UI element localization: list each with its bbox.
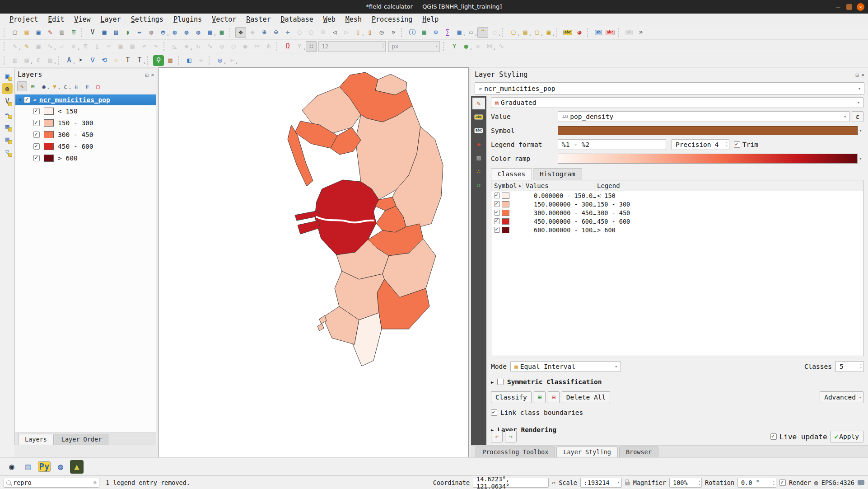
messages-icon[interactable] bbox=[858, 480, 864, 485]
zoom-out-icon[interactable]: ⊖ bbox=[271, 27, 281, 38]
select-by-value-icon[interactable]: ▤▾ bbox=[520, 27, 531, 38]
sum-features-icon[interactable]: ∑ bbox=[442, 27, 453, 38]
masks-tab-icon[interactable]: ▧ bbox=[472, 152, 485, 164]
temporal-controller-icon[interactable]: ◷ bbox=[376, 27, 387, 38]
add-wfs-layer-icon[interactable]: ◍ bbox=[193, 27, 204, 38]
value-field-selector[interactable]: 123 pop_density ▾ bbox=[558, 111, 850, 122]
spinner-arrows-icon[interactable]: ▴ ▾ bbox=[698, 479, 700, 486]
statistical-summary-icon[interactable]: ▦ bbox=[419, 27, 429, 38]
magnifier-spinner[interactable]: 100% ▴ ▾ bbox=[669, 478, 702, 488]
coordinate-field[interactable]: 14.6223°, 121.0634° bbox=[473, 478, 549, 488]
label-extra-icon[interactable]: ab bbox=[624, 27, 635, 38]
class-visibility-checkbox[interactable] bbox=[33, 132, 40, 138]
menu-help[interactable]: Help bbox=[417, 15, 443, 24]
auto-label-icon[interactable]: A▾ bbox=[64, 55, 75, 66]
attributes-form-icon[interactable]: ▥ bbox=[9, 55, 20, 66]
snapping-icon[interactable]: Ω bbox=[282, 41, 293, 52]
tab-classes[interactable]: Classes bbox=[491, 168, 532, 180]
python-console-icon[interactable]: Py bbox=[37, 460, 51, 474]
apply-button[interactable]: ✔ Apply bbox=[830, 431, 863, 442]
expand-arrow-icon[interactable]: ▶ bbox=[491, 380, 494, 385]
callouts-tab-icon[interactable]: abc bbox=[472, 125, 485, 136]
toolbar-overflow-icon[interactable]: » bbox=[388, 27, 399, 38]
classify-button[interactable]: Classify bbox=[491, 391, 532, 403]
minimize-button[interactable]: – bbox=[835, 3, 842, 11]
column-legend[interactable]: Legend bbox=[594, 182, 863, 189]
legend-format-input[interactable]: %1 - %2 bbox=[558, 139, 666, 150]
nominatim-search-icon[interactable]: ◌▾ bbox=[489, 27, 500, 38]
menu-vector[interactable]: Vector bbox=[207, 15, 241, 24]
delete-selected-icon[interactable]: ▯ bbox=[92, 41, 103, 52]
legend-class-item[interactable]: > 600 bbox=[15, 152, 156, 164]
add-group-icon[interactable]: ⊞ bbox=[28, 81, 38, 91]
zoom-to-layer-icon[interactable]: ◯ bbox=[306, 27, 317, 38]
collapse-all-icon[interactable]: ⇈ bbox=[82, 81, 92, 91]
cut-features-icon[interactable]: ✂ bbox=[103, 41, 114, 52]
new-shapefile-dock-icon[interactable]: ✒ bbox=[2, 108, 13, 119]
class-visibility-checkbox[interactable] bbox=[33, 120, 40, 126]
stroke-unit-combo[interactable]: px▾ bbox=[388, 41, 440, 52]
georeferencer-icon[interactable]: ◎▾ bbox=[215, 55, 225, 66]
quickmap-services-icon[interactable]: ▧ bbox=[165, 55, 176, 66]
deselect-features-icon[interactable]: ▢▾ bbox=[532, 27, 542, 38]
osm-search-icon[interactable]: ⚲ bbox=[153, 55, 164, 66]
close-panel-icon[interactable]: ✕ bbox=[151, 72, 154, 78]
form-box-icon[interactable]: ▨▾ bbox=[45, 55, 56, 66]
tab-processing-toolbox[interactable]: Processing Toolbox bbox=[476, 447, 555, 457]
clear-search-icon[interactable]: ⊗ bbox=[93, 480, 97, 486]
class-visibility-checkbox[interactable] bbox=[33, 143, 40, 150]
mesh-dock-icon[interactable]: ▽ bbox=[2, 146, 13, 157]
link-boundaries-checkbox[interactable] bbox=[491, 409, 497, 416]
row-checkbox[interactable] bbox=[494, 201, 500, 207]
zoom-full-icon[interactable]: ✛ bbox=[282, 27, 293, 38]
rotation-spinner[interactable]: 0.0 ° ▴ ▾ bbox=[737, 478, 776, 488]
new-project-icon[interactable]: ▢ bbox=[9, 27, 20, 38]
menu-layer[interactable]: Layer bbox=[95, 15, 126, 24]
measure-angle-icon[interactable]: ◺ bbox=[169, 41, 180, 52]
chevron-down-icon[interactable]: ▾ bbox=[858, 126, 863, 136]
lock-scale-icon[interactable] bbox=[625, 482, 630, 485]
multiedit-icon[interactable]: ≣ bbox=[80, 41, 91, 52]
reshape-icon[interactable]: ⋔ bbox=[263, 41, 274, 52]
zoom-last-icon[interactable]: ◁ bbox=[329, 27, 340, 38]
legend-class-item[interactable]: < 150 bbox=[15, 105, 156, 117]
open-project-icon[interactable]: ▤ bbox=[21, 27, 32, 38]
spinner-arrows-icon[interactable]: ▴ ▾ bbox=[773, 479, 775, 486]
label-cursor-icon[interactable]: ➤ bbox=[75, 55, 86, 66]
table-row[interactable]: 450.000000 - 600…450 - 600 bbox=[491, 217, 863, 226]
toggle-editing-icon[interactable]: ✎ bbox=[21, 41, 32, 52]
tracing-config-icon[interactable]: ⋎ bbox=[449, 41, 460, 52]
zoom-in-icon[interactable]: ⊕ bbox=[259, 27, 270, 38]
render-checkbox[interactable] bbox=[779, 480, 786, 486]
move-feature-icon[interactable]: ✥▾ bbox=[181, 41, 192, 52]
pinned-labels-icon[interactable]: ✩ bbox=[111, 55, 121, 66]
web-catalog-icon[interactable]: ◍ bbox=[2, 83, 13, 94]
remove-class-button[interactable]: ⊟ bbox=[548, 391, 560, 403]
toggle-extents-icon[interactable]: ✂ bbox=[552, 479, 555, 486]
mesh-calculator-icon[interactable]: ▨ bbox=[111, 27, 121, 38]
labels-tab-icon[interactable]: abc bbox=[472, 111, 485, 123]
add-class-button[interactable]: ⊞ bbox=[534, 391, 546, 403]
diagrams-tab-icon[interactable]: ∴ bbox=[472, 165, 485, 177]
expression-builder-button[interactable]: ε bbox=[852, 111, 863, 122]
table-row[interactable]: 600.000000 - 100…> 600 bbox=[491, 226, 863, 234]
row-checkbox[interactable] bbox=[494, 218, 500, 224]
simplify-feature-icon[interactable]: ∿ bbox=[205, 41, 215, 52]
legend-class-item[interactable]: 450 - 600 bbox=[15, 141, 156, 152]
table-row[interactable]: 0.000000 - 150.0…< 150 bbox=[491, 191, 863, 200]
new-shapefile-icon[interactable]: ✒ bbox=[134, 27, 145, 38]
add-part-icon[interactable]: ○ bbox=[228, 41, 239, 52]
pan-to-selection-icon[interactable]: ✥ bbox=[247, 27, 258, 38]
add-ring-icon[interactable]: ◎ bbox=[216, 41, 227, 52]
history-tab-icon[interactable]: ↺ bbox=[472, 179, 485, 191]
symmetric-checkbox[interactable] bbox=[497, 379, 504, 385]
redo-icon[interactable]: ↷ bbox=[150, 41, 161, 52]
pan-map-icon[interactable]: ✥ bbox=[235, 27, 246, 38]
decoration-icon[interactable]: ◧ bbox=[184, 55, 195, 66]
precision-spinner[interactable]: Precision 4 ▴ ▾ bbox=[672, 139, 729, 150]
layer-visibility-checkbox[interactable] bbox=[24, 97, 30, 103]
filter-expression-icon[interactable]: ε▾ bbox=[61, 81, 70, 91]
zoom-next-icon[interactable]: ▷ bbox=[341, 27, 352, 38]
north-arrow-icon[interactable]: ✛ bbox=[196, 55, 206, 66]
toolbar-overflow2-icon[interactable]: » bbox=[635, 27, 646, 38]
